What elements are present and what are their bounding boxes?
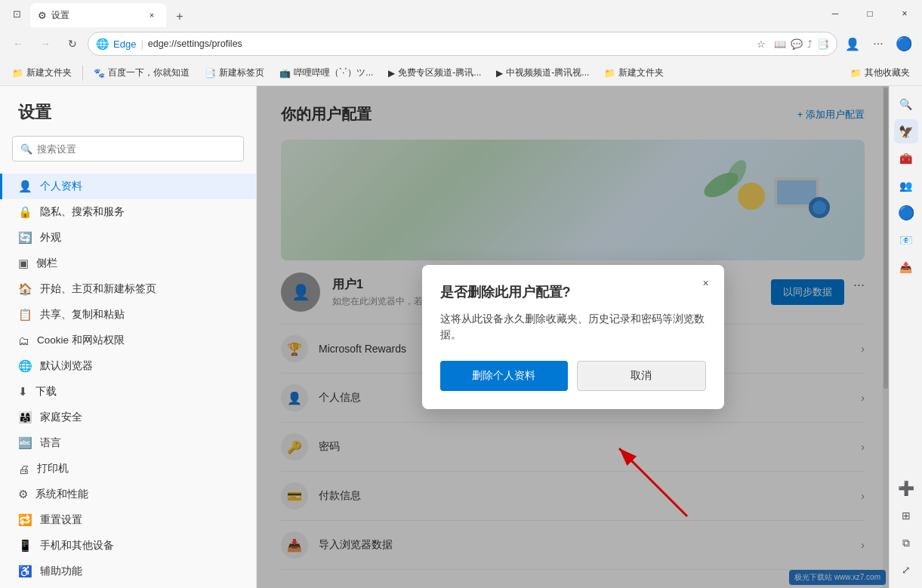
sidebar-item-language[interactable]: 🔤 语言 (0, 430, 256, 456)
bookmark-tencent1[interactable]: ▶ 免费专区频道-腾讯... (382, 64, 487, 82)
sidebar-tools-button[interactable]: 🧰 (894, 146, 918, 171)
right-sidebar: 🔍 🦅 🧰 👥 🔵 📧 📤 ➕ ⊞ ⧉ ⤢ (889, 86, 922, 588)
bookmark-folder2[interactable]: 📁 新建文件夹 (598, 64, 670, 82)
nav-icon-downloads: ⬇ (18, 385, 28, 399)
nav-label-share: 共享、复制和粘贴 (40, 308, 125, 322)
bookmarks-bar: 📁 新建文件夹 🐾 百度一下，你就知道 📑 新建标签页 📺 哔哩哔哩（`·´）ツ… (0, 60, 922, 86)
cancel-button[interactable]: 取消 (577, 361, 706, 391)
bookmark-baidu[interactable]: 🐾 百度一下，你就知道 (88, 64, 196, 82)
nav-icon-default-browser: 🌐 (18, 359, 32, 373)
minimize-button[interactable]: ─ (818, 0, 853, 27)
nav-icon-cookies: 🗂 (18, 334, 29, 347)
reading-view-icon[interactable]: 📖 (774, 38, 786, 50)
bookmark-tencent2[interactable]: ▶ 中视频频道-腾讯视... (490, 64, 595, 82)
sidebar-item-accessibility[interactable]: ♿ 辅助功能 (0, 559, 256, 584)
sidebar-outlook-button[interactable]: 📧 (894, 228, 918, 252)
bookmark-others[interactable]: 📁 其他收藏夹 (844, 64, 916, 82)
collection-icon[interactable]: 📑 (817, 38, 829, 50)
sidebar-share-button[interactable]: 📤 (894, 255, 918, 279)
nav-icon-newtab: 🏠 (18, 282, 32, 296)
nav-icon-system: ⚙ (18, 488, 28, 501)
nav-label-accessibility: 辅助功能 (40, 565, 82, 578)
dialog-overlay: × 是否删除此用户配置? 这将从此设备永久删除收藏夹、历史记录和密码等浏览数据。… (257, 86, 889, 588)
sidebar-item-newtab[interactable]: 🏠 开始、主页和新建标签页 (0, 276, 256, 302)
nav-icon-accessibility: ♿ (18, 565, 32, 578)
nav-icon-print: 🖨 (18, 463, 29, 476)
nav-label-mobile: 手机和其他设备 (40, 539, 114, 553)
sidebar-external-button[interactable]: ⤢ (894, 558, 918, 582)
address-bar[interactable]: 🌐 Edge | edge://settings/profiles ☆ 📖 💬 … (88, 32, 837, 56)
tab-title: 设置 (51, 9, 140, 22)
maximize-button[interactable]: □ (853, 0, 887, 27)
sidebar-item-appearance[interactable]: 🔄 外观 (0, 225, 256, 251)
share-icon[interactable]: ⤴ (807, 38, 813, 50)
edge-copilot-button[interactable]: 🔵 (892, 32, 916, 56)
window-control-restore[interactable]: ⊡ (9, 6, 24, 21)
nav-label-print: 打印机 (37, 462, 69, 476)
nav-label-downloads: 下载 (35, 385, 57, 399)
search-box[interactable]: 🔍 (12, 136, 244, 162)
dialog-actions: 删除个人资料 取消 (440, 361, 706, 391)
nav-label-reset: 重置设置 (40, 513, 82, 527)
sidebar-item-downloads[interactable]: ⬇ 下载 (0, 379, 256, 405)
sidebar-item-sidebar[interactable]: ▣ 侧栏 (0, 251, 256, 276)
bookmark-label: 新建文件夹 (618, 66, 664, 79)
new-tab-button[interactable]: + (169, 6, 190, 27)
svg-line-8 (619, 448, 687, 516)
sidebar-scan-button[interactable]: ⊞ (894, 503, 918, 528)
settings-title: 设置 (0, 101, 256, 136)
forward-button[interactable]: → (33, 32, 57, 56)
sidebar-item-print[interactable]: 🖨 打印机 (0, 456, 256, 482)
feedback-icon[interactable]: 💬 (791, 38, 803, 50)
sidebar-item-profile[interactable]: 👤 个人资料 (0, 174, 256, 199)
sidebar-item-system[interactable]: ⚙ 系统和性能 (0, 482, 256, 507)
confirm-delete-button[interactable]: 删除个人资料 (440, 361, 568, 391)
sidebar-item-cookies[interactable]: 🗂 Cookie 和网站权限 (0, 328, 256, 353)
tab-close-button[interactable]: × (145, 8, 159, 22)
sidebar-copilot-button[interactable]: 🔵 (894, 201, 918, 225)
bookmark-newtab[interactable]: 📑 新建标签页 (199, 64, 270, 82)
dialog-close-button[interactable]: × (697, 274, 715, 292)
bookmark-label: 中视频频道-腾讯视... (506, 66, 589, 79)
sidebar-item-default-browser[interactable]: 🌐 默认浏览器 (0, 353, 256, 379)
nav-icon-language: 🔤 (18, 436, 32, 450)
nav-icon-family: 👨‍👩‍👧 (18, 411, 32, 424)
sidebar-profiles-button[interactable]: 👥 (894, 174, 918, 198)
bookmark-item[interactable]: 📁 新建文件夹 (6, 64, 78, 82)
nav-icon-appearance: 🔄 (18, 231, 32, 245)
dialog: × 是否删除此用户配置? 这将从此设备永久删除收藏夹、历史记录和密码等浏览数据。… (422, 265, 724, 409)
more-tools-button[interactable]: ··· (866, 32, 890, 56)
nav-icon-privacy: 🔒 (18, 205, 32, 219)
folder2-icon: 📁 (604, 68, 615, 79)
nav-right-buttons: 👤 ··· 🔵 (840, 32, 916, 56)
bookmark-bilibili[interactable]: 📺 哔哩哔哩（`·´）ツ... (273, 64, 379, 82)
sidebar-item-reset[interactable]: 🔁 重置设置 (0, 507, 256, 533)
bookmark-label: 免费专区频道-腾讯... (398, 66, 481, 79)
settings-content: 你的用户配置 + 添加用户配置 👤 用户1 (257, 86, 889, 588)
sidebar-edge-button[interactable]: 🦅 (894, 119, 918, 143)
bookmark-label: 新建标签页 (219, 66, 264, 79)
profile-button[interactable]: 👤 (840, 32, 865, 56)
search-input[interactable] (37, 143, 236, 155)
sidebar-item-mobile[interactable]: 📱 手机和其他设备 (0, 533, 256, 559)
close-button[interactable]: × (887, 0, 922, 27)
sidebar-item-share[interactable]: 📋 共享、复制和粘贴 (0, 302, 256, 328)
bookmark-label: 哔哩哔哩（`·´）ツ... (294, 66, 373, 79)
nav-icon-profile: 👤 (18, 180, 32, 193)
dialog-title: 是否删除此用户配置? (440, 283, 706, 301)
sidebar-item-privacy[interactable]: 🔒 隐私、搜索和服务 (0, 199, 256, 225)
tencent-icon: ▶ (388, 68, 395, 79)
sidebar-item-about[interactable]: ℹ 关于 Microsoft Edge (0, 584, 256, 588)
active-tab[interactable]: ⚙ 设置 × (30, 3, 166, 27)
back-button[interactable]: ← (6, 32, 30, 56)
nav-label-language: 语言 (40, 436, 61, 450)
baidu-icon: 🐾 (94, 68, 105, 79)
sidebar-window-button[interactable]: ⧉ (894, 531, 918, 555)
refresh-button[interactable]: ↻ (60, 32, 85, 56)
address-url: edge://settings/profiles (148, 38, 748, 49)
sidebar-add-button[interactable]: ➕ (894, 476, 918, 500)
sidebar-item-family[interactable]: 👨‍👩‍👧 家庭安全 (0, 405, 256, 430)
sidebar-search-button[interactable]: 🔍 (894, 92, 918, 116)
star-icon[interactable]: ☆ (753, 35, 769, 52)
main-layout: 设置 🔍 👤 个人资料 🔒 隐私、搜索和服务 🔄 外观 ▣ 侧栏 🏠 开始、主页… (0, 86, 922, 588)
